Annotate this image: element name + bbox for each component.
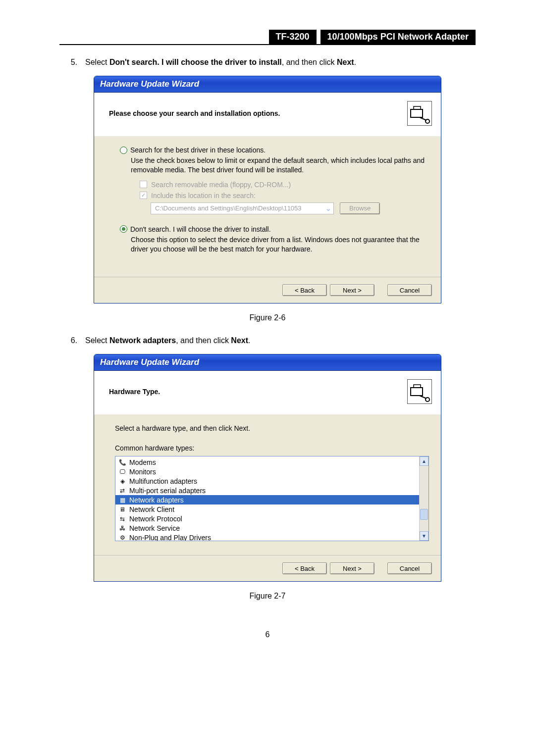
location-path-input: C:\Documents and Settings\English\Deskto… <box>151 202 334 214</box>
step-text: Select Don't search. I will choose the d… <box>85 58 356 67</box>
monitor-icon: 🖵 <box>118 468 126 476</box>
list-item[interactable]: 🖥Network Client <box>115 504 419 514</box>
network-service-icon: 🖧 <box>118 524 126 532</box>
location-path-row: C:\Documents and Settings\English\Deskto… <box>151 202 429 214</box>
list-item[interactable]: 📞Modems <box>115 457 419 467</box>
wizard-footer: < Back Next > Cancel <box>94 555 441 581</box>
list-item[interactable]: 🖧Network Service <box>115 523 419 533</box>
printer-network-icon <box>407 101 432 126</box>
hardware-prompt: Select a hardware type, and then click N… <box>115 424 429 432</box>
header-desc: 10/100Mbps PCI Network Adapter <box>321 30 476 44</box>
printer-network-icon <box>407 379 432 404</box>
modem-icon: 📞 <box>118 458 126 466</box>
scroll-down-icon[interactable]: ▼ <box>420 531 428 541</box>
wizard-body: Select a hardware type, and then click N… <box>94 414 441 555</box>
checkbox-icon <box>140 181 147 188</box>
hardware-list[interactable]: 📞Modems 🖵Monitors ◈Multifunction adapter… <box>115 456 419 541</box>
step-text: Select Network adapters, and then click … <box>85 336 251 345</box>
radio-dont-search[interactable]: Don't search. I will choose the driver t… <box>120 225 429 233</box>
radio-icon <box>120 147 127 154</box>
wizard-header: Please choose your search and installati… <box>94 93 441 136</box>
wizard-body: Search for the best driver in these loca… <box>94 136 441 277</box>
scroll-track[interactable] <box>420 466 428 531</box>
list-item[interactable]: ⇆Network Protocol <box>115 514 419 523</box>
page-header: TF-3200 10/100Mbps PCI Network Adapter <box>59 30 476 45</box>
wizard-header-text: Hardware Type. <box>109 388 402 396</box>
next-button[interactable]: Next > <box>330 284 374 296</box>
wizard-title: Hardware Update Wizard <box>94 76 441 93</box>
step-number: 5. <box>59 58 85 67</box>
scroll-up-icon[interactable]: ▲ <box>420 456 428 466</box>
hardware-list-label: Common hardware types: <box>115 444 429 452</box>
svg-rect-0 <box>411 109 423 117</box>
list-item[interactable]: ⚙Non-Plug and Play Drivers <box>115 533 419 541</box>
scroll-thumb[interactable] <box>420 509 428 520</box>
scrollbar[interactable]: ▲ ▼ <box>419 456 428 541</box>
radio-dont-search-desc: Choose this option to select the device … <box>131 235 429 254</box>
network-client-icon: 🖥 <box>118 505 126 513</box>
step-number: 6. <box>59 336 85 345</box>
svg-rect-4 <box>411 388 423 396</box>
svg-point-3 <box>426 119 429 123</box>
list-item[interactable]: 🖵Monitors <box>115 467 419 476</box>
list-item[interactable]: ⇄Multi-port serial adapters <box>115 486 419 495</box>
wizard-title: Hardware Update Wizard <box>94 354 441 371</box>
checkbox-icon: ✓ <box>140 192 147 199</box>
list-item[interactable]: ◈Multifunction adapters <box>115 476 419 486</box>
wizard-header: Hardware Type. <box>94 371 441 414</box>
instruction-step-5: 5. Select Don't search. I will choose th… <box>59 58 476 67</box>
check-include-location: ✓ Include this location in the search: <box>140 192 429 200</box>
wizard-footer: < Back Next > Cancel <box>94 277 441 303</box>
instruction-step-6: 6. Select Network adapters, and then cli… <box>59 336 476 345</box>
check-removable-media: Search removable media (floppy, CD-ROM..… <box>140 181 429 189</box>
radio-search-desc: Use the check boxes below to limit or ex… <box>131 156 429 175</box>
wizard-header-text: Please choose your search and installati… <box>109 109 402 117</box>
page-number: 6 <box>59 630 476 639</box>
network-protocol-icon: ⇆ <box>118 515 126 523</box>
header-model: TF-3200 <box>269 30 317 44</box>
driver-icon: ⚙ <box>118 534 126 541</box>
list-item-selected[interactable]: ▦Network adapters <box>115 495 419 504</box>
network-adapter-icon: ▦ <box>118 496 126 504</box>
serial-icon: ⇄ <box>118 487 126 495</box>
wizard-hardware-type: Hardware Update Wizard Hardware Type. Se… <box>94 354 441 582</box>
next-button[interactable]: Next > <box>330 562 374 574</box>
wizard-search-options: Hardware Update Wizard Please choose you… <box>94 76 441 303</box>
browse-button: Browse <box>340 202 380 214</box>
hardware-list-box: 📞Modems 🖵Monitors ◈Multifunction adapter… <box>115 456 429 541</box>
back-button[interactable]: < Back <box>282 284 327 296</box>
radio-search-best[interactable]: Search for the best driver in these loca… <box>120 146 429 154</box>
back-button[interactable]: < Back <box>282 562 327 574</box>
multifunction-icon: ◈ <box>118 477 126 485</box>
svg-point-7 <box>426 398 429 402</box>
cancel-button[interactable]: Cancel <box>387 562 432 574</box>
figure-label-2: Figure 2-7 <box>59 592 476 601</box>
cancel-button[interactable]: Cancel <box>387 284 432 296</box>
figure-label-1: Figure 2-6 <box>59 313 476 322</box>
radio-icon <box>120 225 127 233</box>
